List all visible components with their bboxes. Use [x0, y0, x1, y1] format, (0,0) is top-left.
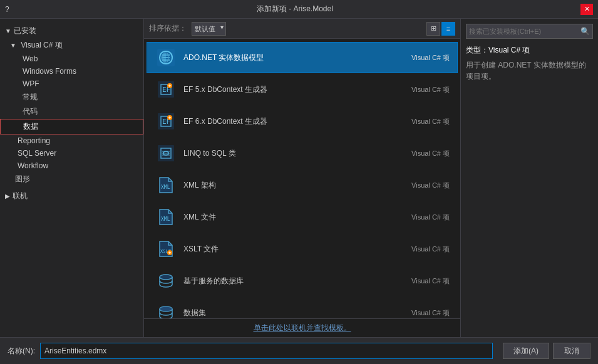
name-label: 名称(N):: [8, 346, 35, 356]
name-input[interactable]: [40, 343, 493, 359]
template-type: Visual C# 项: [411, 117, 450, 126]
template-icon: [155, 270, 177, 292]
template-icon: EF: [155, 78, 177, 101]
network-arrow: ▶: [5, 193, 10, 200]
installed-label: 已安装: [14, 26, 36, 36]
template-type: Visual C# 项: [411, 149, 450, 158]
dialog-title: 添加新项 - Arise.Model: [9, 4, 580, 14]
template-icon: [155, 142, 177, 164]
template-type: Visual C# 项: [411, 213, 450, 222]
search-icon: 🔍: [580, 27, 590, 36]
template-item[interactable]: 基于服务的数据库 Visual C# 项: [147, 265, 458, 296]
data-label: 数据: [23, 122, 38, 131]
online-link-area: 单击此处以联机并查找模板。: [144, 318, 460, 337]
template-item[interactable]: EF EF 6.x DbContext 生成器 Visual C# 项: [147, 106, 458, 137]
left-panel: ▼ 已安装 ▼ Visual C# 项 Web Windows Forms WP…: [0, 19, 144, 337]
grid-view-button[interactable]: ⊞: [426, 22, 440, 36]
svg-text:XML: XML: [161, 185, 170, 190]
template-type: Visual C# 项: [411, 85, 450, 94]
search-input[interactable]: [469, 28, 580, 35]
template-icon: [155, 46, 177, 69]
windows-forms-label: Windows Forms: [23, 67, 76, 76]
template-name: EF 5.x DbContext 生成器: [183, 84, 406, 95]
sidebar-item-sql-server[interactable]: SQL Server: [0, 147, 143, 159]
type-value: Visual C# 项: [488, 46, 530, 54]
template-type: Visual C# 项: [411, 276, 450, 286]
installed-arrow: ▼: [5, 28, 11, 34]
svg-point-14: [160, 306, 172, 311]
template-name: XSLT 文件: [183, 244, 406, 255]
add-button[interactable]: 添加(A): [503, 343, 549, 359]
web-label: Web: [23, 54, 38, 63]
template-name: XML 架构: [183, 180, 406, 191]
info-desc: 用于创建 ADO.NET 实体数据模型的项目项。: [466, 59, 593, 82]
template-name: XML 文件: [183, 212, 406, 223]
template-item[interactable]: 数据集 Visual C# 项: [147, 297, 458, 318]
visual-csharp-label: Visual C# 项: [21, 41, 62, 49]
sidebar-item-workflow[interactable]: Workflow: [0, 159, 143, 172]
network-label: 联机: [13, 191, 28, 201]
sidebar-item-reporting[interactable]: Reporting: [0, 134, 143, 147]
template-type: Visual C# 项: [411, 245, 450, 254]
sidebar-item-wpf[interactable]: WPF: [0, 78, 143, 90]
graphics-label: 图形: [15, 174, 30, 183]
template-item[interactable]: ADO.NET 实体数据模型 Visual C# 项: [147, 42, 458, 73]
type-label: 类型：: [466, 46, 488, 54]
dialog-body: ▼ 已安装 ▼ Visual C# 项 Web Windows Forms WP…: [0, 19, 598, 364]
sidebar-item-general[interactable]: 常规: [0, 90, 143, 104]
installed-section[interactable]: ▼ 已安装: [0, 24, 143, 38]
visual-csharp-arrow: ▼: [10, 42, 16, 49]
bottom-buttons: 添加(A) 取消: [503, 343, 590, 359]
online-link[interactable]: 单击此处以联机并查找模板。: [254, 323, 351, 333]
info-type: 类型：Visual C# 项: [466, 45, 593, 56]
template-name: ADO.NET 实体数据模型: [183, 53, 406, 63]
template-icon: EF: [155, 110, 177, 133]
toolbar-row: 排序依据： 默认值 ⊞ ≡: [144, 19, 460, 39]
svg-text:XML: XML: [161, 216, 170, 222]
sidebar-item-code[interactable]: 代码: [0, 104, 143, 119]
cancel-button[interactable]: 取消: [553, 343, 590, 359]
sidebar-item-graphics[interactable]: 图形: [0, 172, 143, 186]
window-controls: ✕: [580, 4, 593, 15]
template-name: EF 6.x DbContext 生成器: [183, 116, 406, 127]
template-type: Visual C# 项: [411, 53, 450, 63]
general-label: 常规: [23, 93, 38, 101]
template-item[interactable]: EF EF 5.x DbContext 生成器 Visual C# 项: [147, 74, 458, 105]
middle-panel: 排序依据： 默认值 ⊞ ≡ ADO.NET 实: [144, 19, 460, 337]
template-name: 数据集: [183, 308, 406, 318]
bottom-bar: 名称(N): 添加(A) 取消: [0, 337, 598, 364]
help-button[interactable]: ?: [5, 5, 9, 14]
sql-server-label: SQL Server: [18, 149, 56, 158]
right-panel: 🔍 类型：Visual C# 项 用于创建 ADO.NET 实体数据模型的项目项…: [460, 19, 598, 337]
wpf-label: WPF: [23, 79, 39, 88]
sort-dropdown-wrap[interactable]: 默认值: [192, 22, 226, 36]
template-icon: XSLT: [155, 238, 177, 260]
template-type: Visual C# 项: [411, 181, 450, 190]
sort-dropdown[interactable]: 默认值: [192, 22, 226, 36]
sidebar-item-windows-forms[interactable]: Windows Forms: [0, 65, 143, 78]
sidebar-item-web[interactable]: Web: [0, 53, 143, 65]
template-icon: XML: [155, 174, 177, 196]
sort-label: 排序依据：: [149, 23, 187, 34]
template-item[interactable]: XML XML 文件 Visual C# 项: [147, 201, 458, 233]
template-item[interactable]: LINQ to SQL 类 Visual C# 项: [147, 138, 458, 169]
content-area: ▼ 已安装 ▼ Visual C# 项 Web Windows Forms WP…: [0, 19, 598, 337]
list-view-button[interactable]: ≡: [441, 22, 455, 36]
sidebar-item-data[interactable]: 数据: [0, 119, 143, 134]
search-row[interactable]: 🔍: [466, 24, 593, 39]
template-icon: [155, 301, 177, 318]
template-icon: XML: [155, 206, 177, 228]
svg-point-12: [160, 275, 172, 280]
network-section[interactable]: ▶ 联机: [0, 189, 143, 203]
view-buttons: ⊞ ≡: [426, 22, 455, 36]
template-type: Visual C# 项: [411, 308, 450, 318]
close-button[interactable]: ✕: [580, 4, 593, 15]
reporting-label: Reporting: [18, 136, 50, 145]
template-item[interactable]: XSLT XSLT 文件 Visual C# 项: [147, 233, 458, 265]
template-item[interactable]: XML XML 架构 Visual C# 项: [147, 169, 458, 201]
template-name: LINQ to SQL 类: [183, 148, 406, 159]
template-name: 基于服务的数据库: [183, 276, 406, 286]
workflow-label: Workflow: [18, 161, 48, 170]
visual-csharp-section[interactable]: ▼ Visual C# 项: [0, 38, 143, 53]
template-list: ADO.NET 实体数据模型 Visual C# 项 EF EF 5.x DbC…: [144, 39, 460, 318]
